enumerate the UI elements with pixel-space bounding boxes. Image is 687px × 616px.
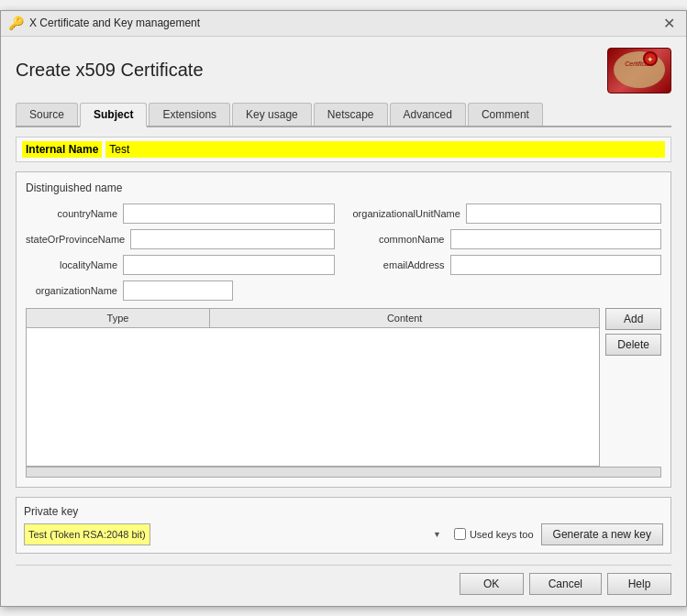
common-name-label: commonName bbox=[353, 234, 445, 245]
titlebar-title: X Certificate and Key management bbox=[29, 16, 200, 29]
country-name-input[interactable] bbox=[123, 204, 335, 224]
tab-key-usage[interactable]: Key usage bbox=[232, 103, 312, 126]
email-input[interactable] bbox=[450, 255, 662, 275]
internal-name-value: Test bbox=[105, 141, 665, 158]
footer-buttons: OK Cancel Help bbox=[16, 565, 671, 595]
locality-name-label: localityName bbox=[26, 259, 117, 270]
locality-name-input[interactable] bbox=[123, 255, 335, 275]
tab-subject[interactable]: Subject bbox=[80, 103, 147, 127]
private-key-select-wrapper: Test (Token RSA:2048 bit) bbox=[24, 523, 447, 545]
close-button[interactable]: ✕ bbox=[659, 15, 679, 32]
org-name-label: organizationName bbox=[26, 285, 117, 296]
help-button[interactable]: Help bbox=[607, 573, 671, 595]
internal-name-label: Internal Name bbox=[22, 141, 102, 158]
private-key-section: Private key Test (Token RSA:2048 bit) Us… bbox=[16, 497, 671, 554]
tab-extensions[interactable]: Extensions bbox=[149, 103, 230, 126]
state-name-row: stateOrProvinceName bbox=[26, 229, 335, 249]
org-unit-row: organizationalUnitName bbox=[353, 204, 662, 224]
add-button[interactable]: Add bbox=[605, 308, 661, 330]
window-body: Create x509 Certificate Certificate ✦ So… bbox=[1, 37, 686, 606]
header-logo: Certificate ✦ bbox=[607, 48, 671, 94]
fields-left-col: countryName stateOrProvinceName locality… bbox=[26, 204, 335, 301]
fields-right-col: organizationalUnitName commonName emailA… bbox=[353, 204, 662, 301]
locality-name-row: localityName bbox=[26, 255, 335, 275]
internal-name-row: Internal Name Test bbox=[16, 137, 671, 162]
table-header: Type Content bbox=[27, 309, 599, 328]
distinguished-name-title: Distinguished name bbox=[26, 182, 661, 194]
country-name-row: countryName bbox=[26, 204, 335, 224]
delete-button[interactable]: Delete bbox=[605, 334, 661, 356]
common-name-input[interactable] bbox=[450, 229, 662, 249]
fields-grid: countryName stateOrProvinceName locality… bbox=[26, 204, 661, 301]
state-name-label: stateOrProvinceName bbox=[26, 234, 125, 245]
private-key-title: Private key bbox=[24, 505, 663, 518]
content-column-header: Content bbox=[210, 309, 599, 327]
titlebar-left: 🔑 X Certificate and Key management bbox=[8, 16, 200, 30]
email-row: emailAddress bbox=[353, 255, 662, 275]
table-area: Type Content Add Delete bbox=[26, 308, 661, 478]
distinguished-name-section: Distinguished name countryName stateOrPr… bbox=[16, 171, 671, 488]
table-actions: Add Delete bbox=[605, 308, 661, 467]
state-name-input[interactable] bbox=[130, 229, 334, 249]
used-keys-checkbox[interactable] bbox=[454, 528, 466, 540]
page-header: Create x509 Certificate Certificate ✦ bbox=[16, 48, 671, 94]
type-column-header: Type bbox=[27, 309, 210, 327]
used-keys-text: Used keys too bbox=[470, 529, 534, 540]
ok-button[interactable]: OK bbox=[460, 573, 524, 595]
data-table: Type Content bbox=[26, 308, 600, 467]
org-unit-label: organizationalUnitName bbox=[353, 208, 460, 219]
tab-netscape[interactable]: Netscape bbox=[314, 103, 388, 126]
private-key-row: Test (Token RSA:2048 bit) Used keys too … bbox=[24, 523, 663, 545]
common-name-row: commonName bbox=[353, 229, 662, 249]
page-title: Create x509 Certificate bbox=[16, 60, 204, 81]
generate-key-button[interactable]: Generate a new key bbox=[541, 523, 663, 545]
org-name-row: organizationName bbox=[26, 280, 335, 301]
table-body[interactable] bbox=[27, 328, 599, 466]
main-window: 🔑 X Certificate and Key management ✕ Cre… bbox=[0, 10, 687, 607]
tab-source[interactable]: Source bbox=[16, 103, 78, 126]
titlebar: 🔑 X Certificate and Key management ✕ bbox=[1, 11, 686, 37]
email-label: emailAddress bbox=[353, 259, 445, 270]
table-container: Type Content Add Delete bbox=[26, 308, 661, 467]
org-unit-input[interactable] bbox=[466, 204, 661, 224]
tabs-container: Source Subject Extensions Key usage Nets… bbox=[16, 103, 671, 127]
cancel-button[interactable]: Cancel bbox=[529, 573, 602, 595]
app-icon: 🔑 bbox=[8, 16, 24, 30]
country-name-label: countryName bbox=[26, 208, 117, 219]
used-keys-label: Used keys too bbox=[454, 528, 534, 540]
tab-advanced[interactable]: Advanced bbox=[390, 103, 466, 126]
org-name-input[interactable] bbox=[123, 280, 233, 301]
private-key-select[interactable]: Test (Token RSA:2048 bit) bbox=[24, 523, 150, 545]
table-scrollbar[interactable] bbox=[26, 467, 661, 478]
tab-comment[interactable]: Comment bbox=[468, 103, 543, 126]
svg-text:✦: ✦ bbox=[647, 55, 654, 64]
